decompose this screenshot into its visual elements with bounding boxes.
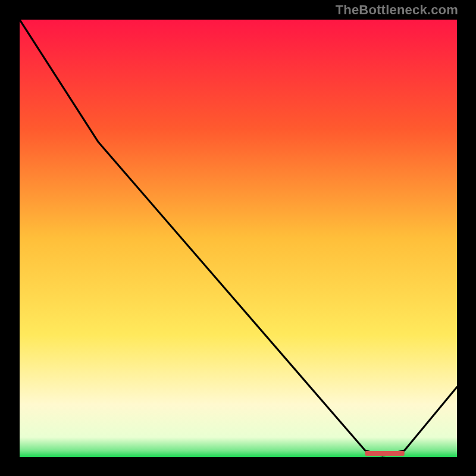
gradient-rect xyxy=(20,20,457,457)
plot-svg xyxy=(20,20,457,457)
plot-area xyxy=(20,20,457,457)
watermark-text: TheBottleneck.com xyxy=(336,2,458,18)
chart-stage: TheBottleneck.com xyxy=(0,0,476,476)
optimal-range-marker xyxy=(365,451,405,456)
